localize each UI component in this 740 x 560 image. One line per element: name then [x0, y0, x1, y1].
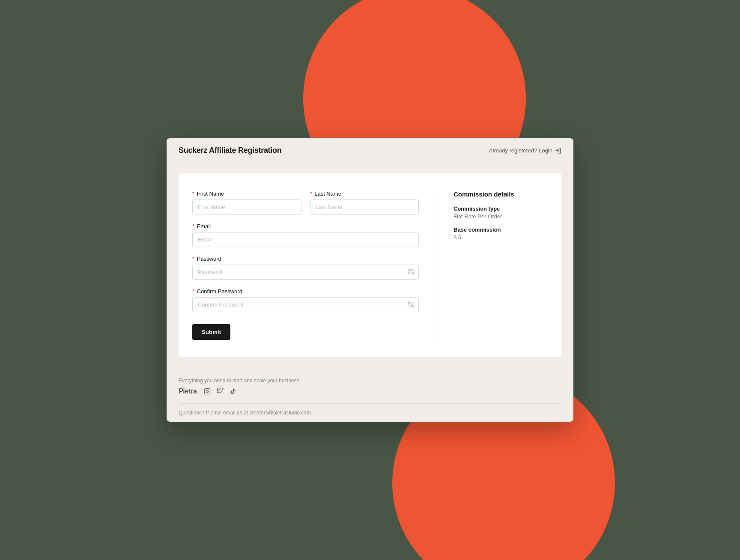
commission-type-label: Commission type: [454, 206, 548, 212]
commission-type-item: Commission type Flat Rate Per Order: [454, 206, 548, 220]
footer-bottom: Questions? Please email us at creators@p…: [179, 403, 561, 422]
twitter-icon[interactable]: [216, 387, 224, 396]
svg-rect-3: [204, 388, 210, 394]
commission-panel: Commission details Commission type Flat …: [454, 191, 548, 340]
password-label: * Password: [192, 256, 419, 262]
instagram-icon[interactable]: [203, 387, 212, 396]
password-required: *: [192, 256, 194, 262]
email-label: * Email: [192, 223, 419, 229]
main-window: Suckerz Affiliate Registration Already r…: [167, 138, 573, 422]
first-name-group: * First Name: [192, 191, 301, 214]
svg-point-4: [206, 390, 208, 392]
email-input[interactable]: [192, 232, 419, 247]
first-name-input[interactable]: [192, 200, 301, 214]
password-toggle-icon[interactable]: [408, 268, 415, 276]
first-name-label: * First Name: [192, 191, 301, 197]
last-name-group: * Last Name: [310, 191, 419, 214]
form-left: * First Name * Last Name: [192, 191, 419, 340]
confirm-password-input-wrapper: [192, 297, 419, 312]
commission-title: Commission details: [454, 191, 548, 198]
login-icon: [555, 147, 561, 154]
password-input-wrapper: [192, 265, 419, 280]
email-group: * Email: [192, 223, 419, 247]
commission-type-value: Flat Rate Per Order: [454, 213, 548, 220]
social-icons: [203, 387, 237, 396]
commission-base-value: $ 5: [454, 234, 548, 241]
window-title: Suckerz Affiliate Registration: [179, 146, 281, 155]
last-name-input[interactable]: [310, 200, 419, 214]
footer-brand-name: Pietra: [179, 387, 197, 395]
confirm-password-label: * Confirm Password: [192, 288, 419, 295]
svg-point-5: [209, 390, 209, 390]
submit-button[interactable]: Submit: [192, 324, 230, 340]
confirm-password-toggle-icon[interactable]: [408, 301, 415, 309]
footer-contact: Questions? Please email us at creators@p…: [179, 410, 561, 416]
footer-brand-row: Pietra: [179, 387, 561, 396]
name-row: * First Name * Last Name: [192, 191, 419, 214]
footer: Everything you need to start and scale y…: [167, 367, 573, 422]
login-text: Already registered? Login: [489, 147, 552, 154]
footer-top: Everything you need to start and scale y…: [179, 378, 561, 403]
confirm-password-required: *: [192, 288, 194, 295]
confirm-password-input[interactable]: [192, 297, 419, 312]
commission-base-item: Base commission $ 5: [454, 226, 548, 241]
last-name-required: *: [310, 191, 312, 197]
tiktok-icon[interactable]: [229, 387, 237, 396]
password-group: * Password: [192, 256, 419, 280]
commission-base-label: Base commission: [454, 226, 548, 233]
login-link[interactable]: Already registered? Login: [489, 147, 561, 154]
email-required: *: [192, 223, 194, 229]
confirm-password-group: * Confirm Password: [192, 288, 419, 312]
window-body: * First Name * Last Name: [167, 163, 573, 367]
window-header: Suckerz Affiliate Registration Already r…: [167, 138, 573, 163]
password-input[interactable]: [192, 265, 419, 280]
form-card: * First Name * Last Name: [179, 173, 561, 357]
footer-tagline: Everything you need to start and scale y…: [179, 378, 561, 384]
first-name-required: *: [192, 191, 194, 197]
form-divider: [436, 191, 436, 340]
last-name-label: * Last Name: [310, 191, 419, 197]
